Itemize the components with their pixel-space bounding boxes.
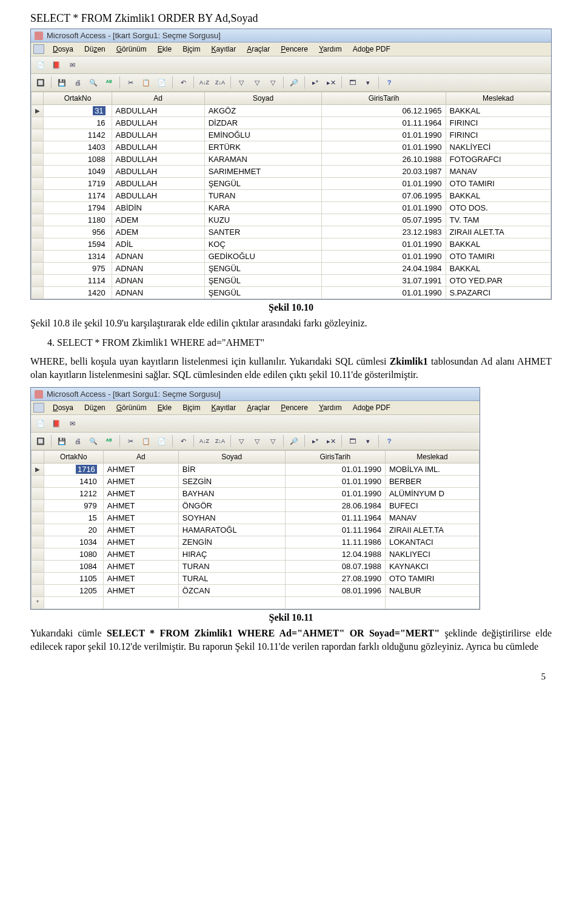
row-selector-cell[interactable]: [32, 190, 44, 202]
cell-tarih[interactable]: 01.01.1990: [285, 476, 385, 488]
cell-tarih[interactable]: 11.11.1986: [285, 536, 385, 548]
menu-dosya-2[interactable]: Dosya: [48, 402, 78, 413]
cell-soyad[interactable]: ŞENGÜL: [204, 178, 322, 190]
cell-ortakno[interactable]: 1794: [44, 202, 112, 214]
table-row[interactable]: 1594ADİLKOÇ01.01.1990BAKKAL: [32, 238, 551, 251]
menu-kayitlar[interactable]: Kayıtlar: [206, 44, 241, 55]
cell-ortakno[interactable]: 1088: [44, 153, 112, 166]
cell-ortakno[interactable]: 1594: [44, 238, 112, 251]
row-selector-cell[interactable]: [32, 166, 44, 178]
cell-meslek[interactable]: NALBUR: [385, 585, 479, 597]
cell-soyad[interactable]: ÖNGÖR: [178, 500, 285, 512]
cell-tarih[interactable]: 01.11.1964: [285, 512, 385, 524]
cell-ortakno[interactable]: 1180: [44, 214, 112, 226]
col-ortakno[interactable]: OrtakNo: [44, 92, 112, 105]
sort-asc-icon-2[interactable]: A↓Z: [197, 434, 212, 448]
cell-ad[interactable]: AHMET: [103, 573, 178, 585]
row-selector-cell[interactable]: ▶: [32, 105, 44, 117]
cell-soyad[interactable]: ÖZCAN: [178, 585, 285, 597]
menu-bicim[interactable]: Biçim: [178, 44, 205, 55]
cell-meslek[interactable]: MANAV: [385, 512, 479, 524]
cell-meslek[interactable]: ZIRAII ALET.TA: [446, 226, 550, 238]
table-row[interactable]: 975ADNANŞENGÜL24.04.1984BAKKAL: [32, 263, 551, 275]
filter-toggle-icon-2[interactable]: ▽: [266, 434, 280, 448]
cell-soyad[interactable]: DİZDAR: [204, 117, 322, 129]
cell-tarih[interactable]: 31.07.1991: [322, 275, 446, 287]
print-icon[interactable]: 🖨: [70, 76, 85, 89]
cell-tarih[interactable]: 24.04.1984: [322, 263, 446, 275]
data-grid-1[interactable]: OrtakNo Ad Soyad GirisTarih Meslekad ▶31…: [31, 92, 551, 299]
cell-ortakno[interactable]: 1084: [44, 561, 103, 573]
col-soyad[interactable]: Soyad: [204, 92, 322, 105]
cell-ad[interactable]: ABDULLAH: [112, 190, 204, 202]
cell-meslek[interactable]: MOBİLYA IML.: [385, 464, 479, 476]
cell-soyad[interactable]: HIRAÇ: [178, 548, 285, 561]
cell-ad[interactable]: ABDULLAH: [112, 178, 204, 190]
toolbar-mail-icon-2[interactable]: ✉: [65, 417, 79, 430]
cell-tarih[interactable]: 01.01.1990: [322, 287, 446, 299]
spell-icon-2[interactable]: ᴬᴮ: [102, 434, 116, 448]
cell-soyad[interactable]: SEZGİN: [178, 476, 285, 488]
cell-ad[interactable]: AHMET: [103, 561, 178, 573]
cell-ortakno[interactable]: 1314: [44, 251, 112, 263]
row-selector-cell[interactable]: [32, 263, 44, 275]
cell-ad[interactable]: ADİL: [112, 238, 204, 251]
table-row[interactable]: ▶31ABDULLAHAKGÖZ06.12.1965BAKKAL: [32, 105, 551, 117]
menu-ekle-2[interactable]: Ekle: [153, 402, 176, 413]
window-menu-icon[interactable]: [33, 44, 44, 54]
empty-cell[interactable]: [385, 597, 479, 609]
cell-soyad[interactable]: HAMARATOĞL: [178, 524, 285, 536]
cell-ad[interactable]: AHMET: [103, 464, 178, 476]
menu-yardim[interactable]: Yardım: [314, 44, 347, 55]
table-row[interactable]: 1105AHMETTURAL27.08.1990OTO TAMIRI: [32, 573, 480, 585]
cell-ad[interactable]: ABİDİN: [112, 202, 204, 214]
cell-soyad[interactable]: BİR: [178, 464, 285, 476]
toolbar-mail-icon[interactable]: ✉: [65, 58, 79, 72]
select-all-cell[interactable]: [32, 92, 44, 105]
cell-tarih[interactable]: 01.01.1990: [322, 238, 446, 251]
cell-tarih[interactable]: 26.10.1988: [322, 153, 446, 166]
preview-icon-2[interactable]: 🔍: [86, 434, 101, 448]
cell-ad[interactable]: AHMET: [103, 536, 178, 548]
table-row[interactable]: 1420ADNANŞENGÜL01.01.1990S.PAZARCI: [32, 287, 551, 299]
empty-cell[interactable]: [103, 597, 178, 609]
preview-icon[interactable]: 🔍: [86, 76, 101, 89]
table-row[interactable]: 1314ADNANGEDİKOĞLU01.01.1990OTO TAMIRI: [32, 251, 551, 263]
data-grid-2[interactable]: OrtakNo Ad Soyad GirisTarih Meslekad ▶17…: [31, 450, 480, 609]
row-selector-cell[interactable]: [32, 488, 44, 500]
row-selector-cell[interactable]: [32, 141, 44, 153]
cell-ad[interactable]: ABDULLAH: [112, 105, 204, 117]
cell-tarih[interactable]: 01.11.1964: [285, 524, 385, 536]
cell-ortakno[interactable]: 31: [44, 105, 112, 117]
row-selector-cell[interactable]: [32, 251, 44, 263]
toolbar-pdf-icon[interactable]: 📄: [33, 58, 48, 72]
cell-soyad[interactable]: ŞENGÜL: [204, 263, 322, 275]
cell-ortakno[interactable]: 1105: [44, 573, 103, 585]
cell-ortakno[interactable]: 16: [44, 117, 112, 129]
cell-ad[interactable]: ADNAN: [112, 251, 204, 263]
col-ad[interactable]: Ad: [112, 92, 204, 105]
save-icon[interactable]: 💾: [55, 76, 69, 89]
undo-icon-2[interactable]: ↶: [176, 434, 190, 448]
cell-ortakno[interactable]: 1719: [44, 178, 112, 190]
cell-meslek[interactable]: ALÜMİNYUM D: [385, 488, 479, 500]
sort-asc-icon[interactable]: A↓Z: [197, 76, 212, 89]
del-rec-icon-2[interactable]: ▸✕: [324, 434, 338, 448]
new-rec-icon-2[interactable]: ▸*: [308, 434, 323, 448]
menu-duzen-2[interactable]: Düzen: [79, 402, 110, 413]
filter-form-icon[interactable]: ▽: [250, 76, 264, 89]
toolbar-pdf-icon-2[interactable]: 📄: [33, 417, 48, 430]
cell-meslek[interactable]: TV. TAM: [446, 214, 550, 226]
row-selector-cell[interactable]: [32, 500, 44, 512]
menu-yardim-2[interactable]: Yardım: [314, 402, 347, 413]
row-selector-cell[interactable]: [32, 202, 44, 214]
cell-soyad[interactable]: ŞENGÜL: [204, 275, 322, 287]
row-selector-cell[interactable]: [32, 561, 44, 573]
cell-meslek[interactable]: OTO DOS.: [446, 202, 550, 214]
table-row[interactable]: 979AHMETÖNGÖR28.06.1984BUFECI: [32, 500, 480, 512]
cell-meslek[interactable]: BAKKAL: [446, 263, 550, 275]
cell-ad[interactable]: ABDULLAH: [112, 153, 204, 166]
cell-meslek[interactable]: BUFECI: [385, 500, 479, 512]
cell-soyad[interactable]: ZENGİN: [178, 536, 285, 548]
cell-ortakno[interactable]: 1114: [44, 275, 112, 287]
